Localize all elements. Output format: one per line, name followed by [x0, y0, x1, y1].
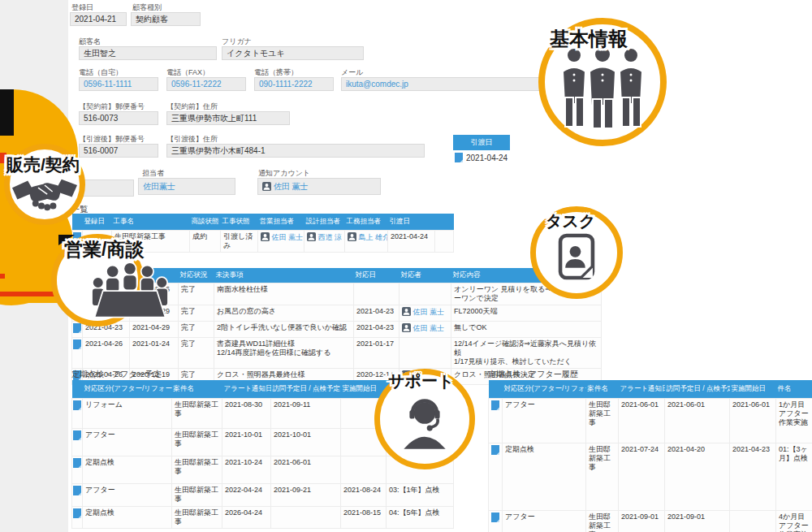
row-document-icon-cell[interactable]: [72, 456, 83, 483]
table-cell: 生田邸新築工事: [172, 483, 222, 506]
row-document-icon-cell[interactable]: [72, 483, 83, 506]
document-icon[interactable]: [491, 445, 499, 455]
user-link[interactable]: 西道 涼: [318, 233, 343, 241]
table-cell: [730, 510, 776, 532]
document-icon[interactable]: [491, 400, 499, 410]
table-cell: 2021-07-24: [619, 443, 665, 510]
person-document-icon: [558, 232, 595, 281]
table-cell: アフター: [83, 428, 172, 456]
handover-date-value: 2021-04-24: [466, 154, 508, 162]
table-cell: 2021-06-01: [619, 398, 665, 443]
table-cell: 2021-06-01: [271, 456, 341, 483]
document-icon[interactable]: [73, 430, 81, 440]
row-document-icon-cell[interactable]: [489, 443, 503, 510]
support-label: サポート: [388, 370, 454, 392]
user-icon: [402, 323, 411, 332]
table-cell: 04:【5年】点検: [387, 506, 454, 528]
table-cell: 2026-04-24: [222, 506, 271, 528]
notify-account-field: 佐田 薫士: [257, 178, 381, 195]
notify-account-value[interactable]: 佐田 薫士: [274, 182, 309, 191]
table-cell: 2021-10-01: [222, 428, 271, 456]
document-icon[interactable]: [73, 400, 81, 410]
row-document-icon-cell[interactable]: [489, 398, 503, 443]
column-header: [435, 214, 454, 230]
document-icon[interactable]: [73, 508, 81, 518]
table-row: アフター生田邸新築工事2021-09-012021-09-014か月目アフター作…: [489, 510, 812, 532]
row-document-icon-cell[interactable]: [72, 506, 83, 528]
table-cell: 2021-04-23: [354, 321, 400, 337]
table-cell: 2021-04-26: [83, 337, 130, 368]
addr-before-field: 三重県伊勢市吹上町111: [166, 111, 290, 125]
table-cell: 2021-04-24: [388, 230, 435, 252]
furigana-field: イクタトモユキ: [222, 46, 364, 60]
column-header: 件名: [776, 380, 812, 398]
table-cell: 無しでOK: [451, 321, 602, 337]
column-header: 案件名: [172, 380, 222, 398]
table-cell: 2階トイレ手洗いなし便器で良いか確認: [214, 321, 354, 337]
table-cell: 生田邸新築工事: [586, 398, 619, 443]
table-row: アフター生田邸新築工事2022-04-242021-09-212021-08-2…: [72, 483, 454, 506]
table-cell: アフター: [503, 398, 586, 443]
column-header: 営業担当者: [258, 214, 304, 230]
document-icon[interactable]: [455, 153, 463, 162]
history-table: 対応区分(アフター/リフォーム)案件名アラート通知日訪問予定日 / 点検予定日実…: [488, 380, 812, 532]
user-icon: [402, 307, 411, 316]
tel-mobile-field[interactable]: 090-1111-2222: [254, 77, 334, 91]
table-cell: 完了: [179, 283, 214, 305]
table-cell: 2021-08-30: [222, 398, 271, 428]
tel-fax-field[interactable]: 0596-11-2222: [166, 77, 246, 91]
document-icon[interactable]: [73, 323, 81, 333]
column-header: 対応区分(アフター/リフォーム): [503, 380, 586, 398]
table-cell: 2021-09-11: [271, 398, 341, 428]
table-row: アフター生田邸新築工事2021-06-012021-06-012021-06-0…: [489, 398, 812, 443]
document-icon[interactable]: [491, 513, 499, 522]
table-cell: アフター: [503, 510, 586, 532]
table-cell: 成約: [190, 230, 221, 252]
tantou-field[interactable]: 佐田薫士: [138, 178, 235, 195]
user-link[interactable]: 佐田 薫士: [272, 233, 304, 241]
table-cell: 2021-10-24: [222, 456, 271, 483]
zip-after-field: 516-0007: [79, 144, 158, 158]
table-cell: 2021-06-01: [665, 398, 730, 443]
table-row: 2021-04-232021-04-29完了2階トイレ手洗いなし便器で良いか確認…: [72, 321, 602, 337]
table-row: 2021-04-262021-01-24完了書斎建具WD11詳細仕様12/14再…: [72, 337, 602, 368]
table-cell: [341, 456, 387, 483]
document-icon[interactable]: [73, 340, 81, 349]
column-header: 対応日: [354, 268, 400, 283]
user-link[interactable]: 島上 雄介: [359, 233, 388, 241]
user-link[interactable]: 佐田 薫士: [413, 308, 445, 316]
table-row: 定期点検生田邸新築工事2026-04-242021-08-1504:【5年】点検: [72, 506, 454, 528]
table-cell: 定期点検: [83, 506, 172, 528]
column-header: 引渡日: [388, 214, 435, 230]
table-cell: 完了: [179, 321, 214, 337]
headset-operator-icon: [400, 396, 450, 449]
table-cell: お風呂の窓の高さ: [214, 305, 354, 321]
column-header: [72, 380, 83, 398]
red-stripe-decoration: [0, 153, 6, 163]
table-cell: 西道 涼: [304, 230, 345, 252]
column-header: 設計担当者: [304, 214, 345, 230]
table-cell: 01:【3ヶ月】点検: [776, 443, 812, 510]
table-cell: 2021-01-24: [130, 337, 179, 368]
basic-info-label: 基本情報: [550, 26, 628, 52]
row-document-icon-cell[interactable]: [72, 337, 83, 368]
row-document-icon-cell[interactable]: [72, 428, 83, 456]
row-document-icon-cell[interactable]: [489, 510, 503, 532]
column-header: 工事名: [112, 214, 190, 230]
customer-name-field: 生田智之: [79, 46, 217, 60]
table-cell: [435, 230, 454, 252]
document-icon[interactable]: [73, 486, 81, 495]
table-cell: 定期点検: [83, 456, 172, 483]
column-header: [72, 214, 83, 230]
column-header: 対応状況: [179, 268, 214, 283]
document-icon[interactable]: [73, 458, 81, 468]
user-link[interactable]: 佐田 薫士: [413, 324, 445, 332]
table-cell: 2021-08-24: [341, 483, 387, 506]
row-document-icon-cell[interactable]: [72, 398, 83, 428]
table-cell: 1か月目アフター作業実施: [776, 398, 812, 443]
black-bar-decoration: [0, 89, 14, 136]
tel-home-field[interactable]: 0596-11-1111: [79, 77, 158, 91]
column-header: 登録日: [83, 214, 112, 230]
sales-contract-label: 販売/契約: [6, 154, 80, 176]
addr-after-field: 三重県伊勢市小木町484-1: [166, 144, 425, 158]
